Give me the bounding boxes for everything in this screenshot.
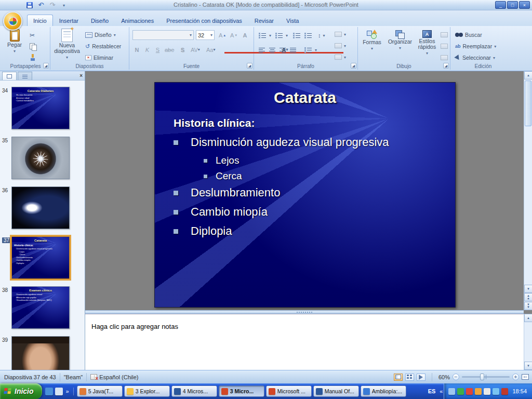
slide-thumbnail[interactable]: Catarata DiabetesEs más frecuenteA menor… (11, 87, 70, 129)
select-button[interactable]: Seleccionar ▾ (454, 52, 497, 63)
quick-launch-chevron[interactable]: » (65, 388, 70, 394)
update-icon[interactable] (475, 388, 482, 395)
office-button[interactable] (3, 11, 22, 31)
dialog-launcher[interactable]: ◢ (351, 63, 356, 69)
tab-dise-o[interactable]: Diseño (85, 15, 115, 26)
scroll-up-button[interactable]: ▲ (524, 314, 532, 322)
volume-icon[interactable] (484, 388, 490, 395)
slide-scrollbar[interactable]: ▲ ▼ (524, 71, 532, 310)
taskbar-button[interactable]: 3 Micro... (219, 385, 264, 397)
zoom-level[interactable]: 60% (438, 374, 450, 380)
character-spacing-button[interactable]: AV▾ (190, 45, 201, 55)
fit-to-window-button[interactable] (522, 374, 529, 380)
paste-button[interactable]: Pegar ▾ (4, 29, 25, 54)
network-icon[interactable] (493, 388, 499, 395)
tab-vista[interactable]: Vista (280, 15, 305, 26)
slide-thumbnail[interactable] (11, 336, 70, 370)
zoom-in-button[interactable]: + (512, 374, 519, 380)
align-text-button[interactable]: ▾ (333, 41, 348, 51)
slide-thumbnail[interactable]: Examen clínicoDisminución agudeza visual… (11, 286, 70, 329)
theme-name[interactable]: "Beam" (64, 374, 83, 380)
dialog-launcher[interactable]: ◢ (43, 63, 49, 69)
font-name-combo[interactable]: ▾ (132, 30, 194, 40)
normal-view-button[interactable] (394, 374, 403, 381)
layout-button[interactable]: Diseño ▾ (84, 30, 117, 40)
tray-collapse-chevron[interactable]: « (438, 388, 444, 394)
cut-button[interactable]: ✂ (28, 30, 36, 41)
font-size-combo[interactable]: 32▾ (196, 30, 215, 40)
scroll-down-button[interactable]: ▼ (524, 285, 532, 293)
slide-canvas[interactable]: Catarata Historia clínica: Disminución a… (154, 82, 456, 308)
text-direction-button[interactable]: ▾ (333, 29, 348, 39)
format-painter-button[interactable] (28, 52, 37, 62)
shape-fill-button[interactable] (439, 30, 449, 40)
replace-button[interactable]: ab Reemplazar ▾ (454, 41, 498, 51)
arrange-button[interactable]: Organizar ▾ (386, 30, 414, 51)
text-shadow-button[interactable]: S (178, 45, 187, 55)
dialog-launcher[interactable]: ◢ (443, 63, 449, 69)
notes-pane[interactable]: Haga clic para agregar notas (85, 314, 524, 370)
taskbar-clock[interactable]: 18:54 (512, 388, 527, 394)
zoom-out-button[interactable]: − (453, 374, 459, 380)
slide-heading[interactable]: Historia clínica: (174, 117, 255, 129)
dialog-launcher[interactable]: ◢ (247, 63, 252, 69)
zoom-slider[interactable] (462, 376, 510, 378)
tab-slides[interactable] (2, 72, 17, 80)
slide-counter[interactable]: Diapositiva 37 de 43 (0, 374, 56, 380)
scroll-down-button[interactable]: ▼ (524, 362, 532, 370)
start-button[interactable]: Inicio (0, 383, 42, 399)
power-icon[interactable] (501, 388, 508, 395)
taskbar-button[interactable]: Microsoft ... (266, 385, 312, 397)
slide-thumbnail[interactable] (11, 137, 70, 179)
next-slide-button[interactable] (524, 302, 532, 310)
close-pane-button[interactable]: × (79, 73, 83, 78)
language-indicator[interactable]: Español (Chile) (99, 374, 138, 380)
tab-presentaci-n-con-diapositivas[interactable]: Presentación con diapositivas (160, 15, 248, 26)
notes-splitter[interactable] (85, 310, 524, 314)
bullets-button[interactable]: ▾ (257, 30, 273, 41)
strikethrough-button[interactable]: abe (164, 45, 175, 55)
tab-outline[interactable] (18, 72, 32, 80)
align-left-button[interactable] (257, 45, 267, 55)
slide-thumbnail[interactable]: CatarataHistoria clínica:Disminución agu… (11, 236, 70, 279)
quick-styles-button[interactable]: A Estilos rápidos ▾ (415, 30, 439, 56)
italic-button[interactable]: K (143, 45, 152, 55)
taskbar-button[interactable]: 3 Explor... (124, 385, 170, 397)
scroll-up-button[interactable]: ▲ (524, 71, 532, 79)
messenger-icon[interactable] (466, 388, 473, 395)
slide-thumbnail[interactable] (11, 187, 70, 229)
spellcheck-icon[interactable] (90, 374, 97, 380)
show-desktop-icon[interactable] (55, 388, 63, 395)
close-button[interactable]: × (519, 1, 530, 9)
tab-animaciones[interactable]: Animaciones (115, 15, 160, 26)
new-slide-button[interactable]: Nueva diapositiva ▾ (52, 29, 82, 60)
slideshow-button[interactable] (417, 374, 425, 381)
taskbar-button[interactable]: 5 Java(T... (77, 385, 123, 397)
shapes-button[interactable]: Formas ▾ (360, 30, 384, 51)
antivirus-icon[interactable] (457, 388, 464, 395)
underline-button[interactable]: S (153, 45, 162, 55)
reset-button[interactable]: ↺ Restablecer (84, 41, 123, 51)
slide-title[interactable]: Catarata (155, 89, 455, 107)
delete-slide-button[interactable]: × Eliminar (84, 52, 115, 63)
taskbar-button[interactable]: Ambliopía:... (361, 385, 406, 397)
previous-slide-button[interactable] (524, 293, 532, 301)
bold-button[interactable]: N (132, 45, 141, 55)
change-case-button[interactable]: Aa▾ (205, 45, 216, 55)
slide-sorter-button[interactable] (405, 374, 414, 381)
tab-insertar[interactable]: Insertar (53, 15, 85, 26)
scrollbar-thumb[interactable] (525, 81, 531, 126)
zoom-slider-thumb[interactable] (480, 374, 484, 380)
align-right-button[interactable] (278, 45, 288, 55)
display-icon[interactable] (448, 388, 455, 395)
taskbar-button[interactable]: Manual Of... (313, 385, 359, 397)
slide-bullet-list[interactable]: Disminución agudeza visual progresivaLej… (174, 136, 448, 244)
tab-revisar[interactable]: Revisar (248, 15, 280, 26)
grow-font-button[interactable]: A▲ (218, 30, 227, 40)
language-bar[interactable]: ES (425, 388, 439, 394)
copy-button[interactable] (28, 41, 38, 51)
numbering-button[interactable]: ▾ (274, 30, 289, 41)
shrink-font-button[interactable]: A▼ (229, 30, 238, 40)
decrease-indent-button[interactable] (291, 30, 303, 41)
shape-effects-button[interactable] (439, 52, 449, 63)
